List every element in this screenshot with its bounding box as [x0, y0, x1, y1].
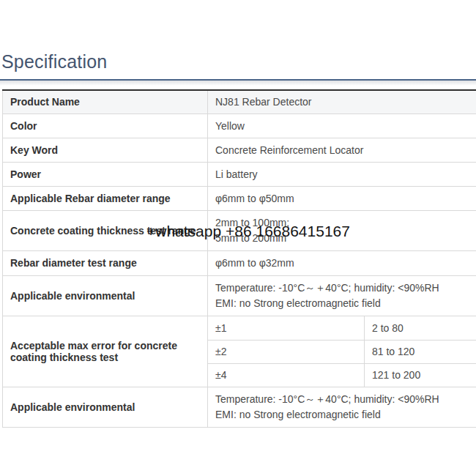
table-row-applicable-environmental-2: Applicable environmental Temperature: -1…: [3, 387, 476, 427]
table-row-applicable-environmental-1: Applicable environmental Temperature: -1…: [3, 275, 476, 316]
spec-table: Product Name NJ81 Rebar Detector Color Y…: [2, 89, 476, 428]
row-value: Temperature: -10°C～＋40°C; humidity: <90%…: [208, 275, 476, 316]
value-line: EMI: no Strong electromagnetic field: [215, 296, 476, 311]
table-row-product-name: Product Name NJ81 Rebar Detector: [3, 90, 476, 114]
value-line: Temperature: -10°C～＋40°C; humidity: <90%…: [215, 392, 476, 407]
section-title: Specification: [1, 51, 107, 72]
table-row-rebar-diameter-test-range: Rebar diameter test range φ6mm to φ32mm: [3, 250, 476, 275]
row-value: Concrete Reinforcement Locator: [208, 138, 476, 162]
row-value: Yellow: [208, 114, 476, 138]
row-label: Color: [3, 114, 208, 138]
row-value: Temperature: -10°C～＋40°C; humidity: <90%…: [208, 387, 476, 427]
row-value: φ6mm to φ32mm: [208, 250, 476, 275]
watermark-text: +whatsapp +86 16686415167: [146, 223, 350, 240]
row-value: φ6mm to φ50mm: [208, 186, 476, 210]
row-label: Applicable Rebar diameter range: [3, 186, 208, 210]
table-row-max-error-1: Acceptable max error for concrete coatin…: [3, 316, 476, 340]
table-row-rebar-diameter-range: Applicable Rebar diameter range φ6mm to …: [3, 186, 476, 210]
error-value: ±2: [208, 340, 365, 363]
range-value: 2 to 80: [365, 316, 476, 340]
row-value: Li battery: [208, 162, 476, 186]
row-label: Power: [3, 162, 208, 186]
row-label: Applicable environmental: [3, 387, 208, 427]
row-label: Acceptable max error for concrete coatin…: [3, 316, 208, 387]
row-label: Rebar diameter test range: [3, 250, 208, 275]
range-value: 121 to 200: [365, 363, 476, 387]
range-value: 81 to 120: [365, 340, 476, 363]
row-label: Product Name: [3, 90, 208, 114]
error-value: ±4: [208, 363, 365, 387]
error-value: ±1: [208, 316, 365, 340]
table-row-color: Color Yellow: [3, 114, 476, 138]
row-value: NJ81 Rebar Detector: [208, 90, 476, 114]
spec-table-container: Product Name NJ81 Rebar Detector Color Y…: [2, 89, 476, 428]
table-row-power: Power Li battery: [3, 162, 476, 186]
row-label: Key Word: [3, 138, 208, 162]
table-row-key-word: Key Word Concrete Reinforcement Locator: [3, 138, 476, 162]
heading-underline-shadow: [0, 81, 476, 86]
value-line: Temperature: -10°C～＋40°C; humidity: <90%…: [215, 280, 476, 296]
value-line: EMI: no Strong electromagnetic field: [215, 407, 476, 423]
row-label: Applicable environmental: [3, 275, 208, 316]
